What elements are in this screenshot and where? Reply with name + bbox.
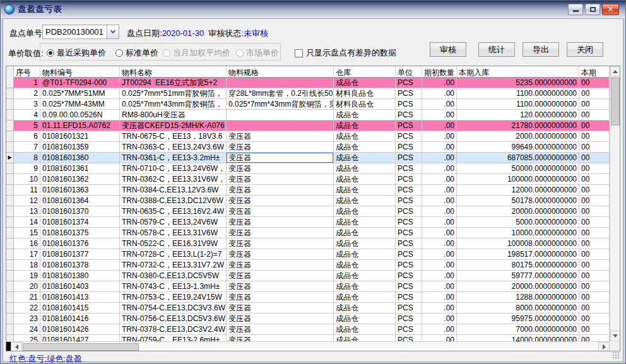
order-no-combobox[interactable]: PDB200130001 bbox=[42, 25, 119, 39]
cell-inqty[interactable]: 687085.0000000000 bbox=[457, 153, 579, 163]
cell-code[interactable]: 01081601360 bbox=[40, 153, 120, 163]
cell-wh[interactable]: 成品仓 bbox=[334, 163, 396, 174]
row-indicator[interactable] bbox=[6, 281, 14, 292]
cell-code[interactable]: 01081601380 bbox=[40, 271, 120, 281]
row-indicator[interactable] bbox=[6, 99, 14, 110]
cell-inqty[interactable]: 5235.0000000000 bbox=[457, 78, 579, 88]
cell-inqty[interactable]: 50178.0000000000 bbox=[457, 196, 579, 206]
cell-next[interactable]: 00 bbox=[579, 99, 610, 110]
cell-open[interactable]: .00 bbox=[422, 206, 457, 217]
header-seq[interactable]: 序号 bbox=[14, 66, 40, 78]
cell-open[interactable]: .00 bbox=[422, 153, 457, 163]
cell-code[interactable]: 01081601413 bbox=[40, 292, 120, 303]
cell-next[interactable]: 00 bbox=[579, 131, 610, 142]
cell-spec[interactable]: 变压器 bbox=[227, 142, 334, 153]
cell-wh[interactable]: 成品仓 bbox=[334, 292, 396, 303]
cell-seq[interactable]: 4 bbox=[14, 110, 40, 120]
cell-next[interactable]: 00 bbox=[579, 78, 610, 88]
cell-unit[interactable]: PCS bbox=[396, 238, 422, 249]
radio-circle-icon[interactable] bbox=[115, 49, 123, 57]
button-关闭[interactable]: 关闭 bbox=[567, 42, 603, 57]
radio-circle-icon[interactable] bbox=[47, 49, 54, 57]
cell-seq[interactable]: 6 bbox=[14, 131, 40, 142]
cell-wh[interactable]: 成品仓 bbox=[334, 238, 396, 249]
cell-next[interactable]: 00 bbox=[579, 206, 610, 217]
cell-unit[interactable]: PCS bbox=[396, 142, 422, 153]
cell-spec[interactable]: 变压器 bbox=[227, 174, 334, 185]
cell-open[interactable]: .00 bbox=[422, 260, 457, 271]
cell-open[interactable]: .00 bbox=[422, 185, 457, 196]
cell-wh[interactable]: 成品仓 bbox=[334, 260, 396, 271]
table-row[interactable]: 20.025*7MM*51MM0.025*7mm*51mm背胶铜箔，穿28L*8… bbox=[6, 88, 610, 99]
horizontal-scrollbar[interactable] bbox=[6, 341, 610, 351]
cell-open[interactable]: .00 bbox=[422, 88, 457, 99]
cell-unit[interactable]: PCS bbox=[396, 271, 422, 281]
cell-wh[interactable]: 成品仓 bbox=[334, 174, 396, 185]
cell-open[interactable]: .00 bbox=[422, 99, 457, 110]
table-row[interactable]: 30.025*7MM-43MM0.025*7mm*43mm背胶铜箔，0.025*… bbox=[6, 99, 610, 110]
header-wh[interactable]: 仓库 bbox=[334, 66, 396, 78]
cell-inqty[interactable]: 10000.0000000000 bbox=[457, 228, 579, 238]
cell-unit[interactable]: PCS bbox=[396, 260, 422, 271]
row-indicator[interactable] bbox=[6, 110, 14, 120]
row-indicator[interactable] bbox=[6, 88, 14, 99]
cell-unit[interactable]: PCS bbox=[396, 185, 422, 196]
cell-code[interactable]: 01.11.EFD15.A0762 bbox=[40, 120, 120, 131]
cell-name[interactable]: TRN-0732-C，EE13,31V7.2W bbox=[120, 260, 227, 271]
cell-name[interactable]: TRN-0759-C，EE13-2.6mH± bbox=[120, 335, 227, 341]
cell-name[interactable]: 0.025*7mm*43mm背胶铜箔， bbox=[120, 99, 227, 110]
cell-open[interactable]: .00 bbox=[422, 78, 457, 88]
cell-seq[interactable]: 3 bbox=[14, 99, 40, 110]
cell-open[interactable]: .00 bbox=[422, 110, 457, 120]
cell-open[interactable]: .00 bbox=[422, 217, 457, 228]
cell-unit[interactable]: PCS bbox=[396, 196, 422, 206]
cell-next[interactable]: 00 bbox=[579, 228, 610, 238]
cell-name[interactable]: TRN-0522-C，EE16,31V9W bbox=[120, 238, 227, 249]
cell-spec[interactable]: 变压器 bbox=[227, 281, 334, 292]
cell-inqty[interactable]: 20000.0000000000 bbox=[457, 281, 579, 292]
cell-spec[interactable]: 变压器 bbox=[227, 163, 334, 174]
table-row[interactable]: 2201081601415TRN-0754-C,EE13,DC3V3.6W变压器… bbox=[6, 303, 610, 314]
cell-wh[interactable]: 成品仓 bbox=[334, 185, 396, 196]
cell-spec[interactable]: 变压器 bbox=[227, 303, 334, 314]
table-row[interactable]: 40.09.00.00.0526NRM8-800uH变压器成品仓PCS.0012… bbox=[6, 110, 610, 120]
cell-next[interactable]: 00 bbox=[579, 88, 610, 99]
cell-inqty[interactable]: 8000.0000000000 bbox=[457, 303, 579, 314]
cell-name[interactable]: TRN-0635-C，EE13,16V2.4W bbox=[120, 206, 227, 217]
cell-wh[interactable]: 成品仓 bbox=[334, 110, 396, 120]
cell-seq[interactable]: 5 bbox=[14, 120, 40, 131]
cell-seq[interactable]: 23 bbox=[14, 314, 40, 324]
button-审核[interactable]: 审核 bbox=[430, 42, 466, 57]
table-row[interactable]: 1701081601377TRN-0728-C，EE13,L(1-2)=7变压器… bbox=[6, 249, 610, 260]
table-row[interactable]: 1401081601374TRN-0579-C，EE13,24V6W变压器成品仓… bbox=[6, 217, 610, 228]
cell-seq[interactable]: 13 bbox=[14, 206, 40, 217]
table-row[interactable]: 1@T01-TF0294-000JT00294 EE16立式加宽5+2成品仓PC… bbox=[6, 78, 610, 88]
cell-name[interactable]: JT00294 EE16立式加宽5+2 bbox=[120, 78, 227, 88]
resize-grip-icon[interactable] bbox=[612, 351, 620, 359]
cell-unit[interactable]: PCS bbox=[396, 324, 422, 335]
cell-next[interactable]: 00 bbox=[579, 196, 610, 206]
cell-inqty[interactable]: 2000.0000000000 bbox=[457, 131, 579, 142]
cell-unit[interactable]: PCS bbox=[396, 78, 422, 88]
cell-wh[interactable]: 成品仓 bbox=[334, 206, 396, 217]
cell-code[interactable]: 01081601378 bbox=[40, 260, 120, 271]
cell-unit[interactable]: PCS bbox=[396, 228, 422, 238]
cell-name[interactable]: TRN-0743-C，EE13-1.3mH± bbox=[120, 281, 227, 292]
table-row[interactable]: 701081601359TRN-0363-C，EE13,24V3.6W变压器成品… bbox=[6, 142, 610, 153]
cell-open[interactable]: .00 bbox=[422, 120, 457, 131]
close-button[interactable]: ✕ bbox=[602, 4, 619, 15]
cell-open[interactable]: .00 bbox=[422, 228, 457, 238]
cell-wh[interactable]: 成品仓 bbox=[334, 271, 396, 281]
cell-seq[interactable]: 21 bbox=[14, 292, 40, 303]
cell-code[interactable]: 01081601374 bbox=[40, 217, 120, 228]
cell-inqty[interactable]: 21780.0000000000 bbox=[457, 120, 579, 131]
cell-wh[interactable]: 成品仓 bbox=[334, 335, 396, 341]
row-indicator[interactable] bbox=[6, 335, 14, 341]
table-row[interactable]: 2001081601403TRN-0743-C，EE13-1.3mH±变压器成品… bbox=[6, 281, 610, 292]
cell-code[interactable]: 01081601376 bbox=[40, 238, 120, 249]
cell-code[interactable]: 01081601403 bbox=[40, 281, 120, 292]
cell-unit[interactable]: PCS bbox=[396, 206, 422, 217]
header-code[interactable]: 物料编号 bbox=[40, 66, 120, 78]
cell-next[interactable]: 00 bbox=[579, 153, 610, 163]
cell-wh[interactable]: 成品仓 bbox=[334, 120, 396, 131]
